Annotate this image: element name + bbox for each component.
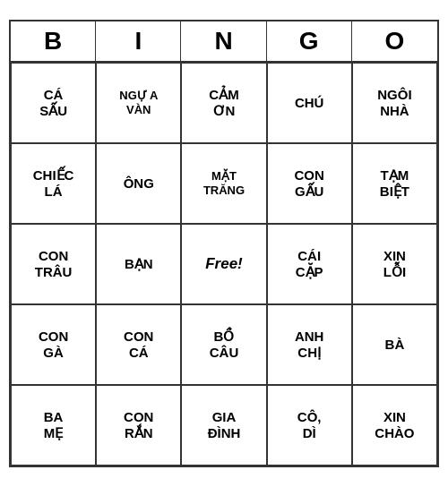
bingo-cell-24: XINCHÀO (352, 385, 437, 466)
bingo-cell-14: XINLỖI (352, 224, 437, 304)
bingo-cell-21: CONRẮN (96, 385, 181, 466)
cell-text-13: CÁICẶP (296, 248, 323, 280)
cell-text-24: XINCHÀO (375, 409, 414, 441)
bingo-header: BINGO (11, 21, 437, 63)
bingo-cell-4: NGÔINHÀ (352, 63, 437, 143)
cell-text-5: CHIẾCLÁ (33, 167, 74, 200)
bingo-card: BINGO CÁSẤUNGỰ AVÀNCẢMƠNCHÚNGÔINHÀCHIẾCL… (9, 20, 439, 467)
cell-text-8: CONGẤU (295, 167, 324, 200)
cell-text-10: CONTRÂU (35, 248, 73, 280)
bingo-cell-15: CONGÀ (11, 304, 96, 385)
cell-text-11: BẠN (125, 256, 153, 272)
bingo-cell-3: CHÚ (267, 63, 352, 143)
bingo-cell-1: NGỰ AVÀN (96, 63, 181, 143)
bingo-cell-13: CÁICẶP (267, 224, 352, 304)
bingo-cell-23: CÔ,DÌ (267, 385, 352, 466)
header-letter-g: G (267, 21, 352, 61)
cell-text-21: CONRẮN (124, 409, 153, 441)
header-letter-n: N (181, 21, 266, 61)
cell-text-4: NGÔINHÀ (377, 87, 411, 119)
bingo-cell-7: MẶTTRĂNG (181, 143, 266, 224)
bingo-cell-9: TẠMBIỆT (352, 143, 437, 224)
header-letter-b: B (11, 21, 96, 61)
bingo-cell-0: CÁSẤU (11, 63, 96, 143)
cell-text-19: BÀ (385, 337, 405, 353)
cell-text-9: TẠMBIỆT (380, 167, 409, 200)
bingo-cell-2: CẢMƠN (181, 63, 266, 143)
bingo-cell-10: CONTRÂU (11, 224, 96, 304)
bingo-cell-11: BẠN (96, 224, 181, 304)
cell-text-16: CONCÁ (124, 329, 153, 361)
bingo-cell-8: CONGẤU (267, 143, 352, 224)
cell-text-12: Free! (205, 255, 243, 273)
cell-text-20: BAMẸ (44, 409, 64, 441)
header-letter-o: O (352, 21, 437, 61)
cell-text-2: CẢMƠN (209, 87, 238, 119)
bingo-cell-12: Free! (181, 224, 266, 304)
cell-text-0: CÁSẤU (39, 87, 67, 119)
cell-text-6: ÔNG (124, 175, 154, 192)
bingo-cell-22: GIAĐÌNH (181, 385, 266, 466)
cell-text-1: NGỰ AVÀN (119, 89, 158, 116)
cell-text-7: MẶTTRĂNG (203, 169, 245, 197)
bingo-cell-18: ANHCHỊ (267, 304, 352, 385)
cell-text-3: CHÚ (295, 95, 324, 111)
cell-text-18: ANHCHỊ (295, 329, 324, 361)
header-letter-i: I (96, 21, 181, 61)
cell-text-22: GIAĐÌNH (208, 409, 241, 441)
cell-text-23: CÔ,DÌ (297, 409, 322, 441)
bingo-cell-17: BỒCÂU (181, 304, 266, 385)
bingo-grid: CÁSẤUNGỰ AVÀNCẢMƠNCHÚNGÔINHÀCHIẾCLÁÔNGMẶ… (11, 63, 437, 466)
cell-text-17: BỒCÂU (210, 329, 239, 361)
bingo-cell-6: ÔNG (96, 143, 181, 224)
bingo-cell-16: CONCÁ (96, 304, 181, 385)
bingo-cell-5: CHIẾCLÁ (11, 143, 96, 224)
cell-text-15: CONGÀ (39, 329, 68, 361)
bingo-cell-20: BAMẸ (11, 385, 96, 466)
cell-text-14: XINLỖI (383, 248, 406, 280)
bingo-cell-19: BÀ (352, 304, 437, 385)
